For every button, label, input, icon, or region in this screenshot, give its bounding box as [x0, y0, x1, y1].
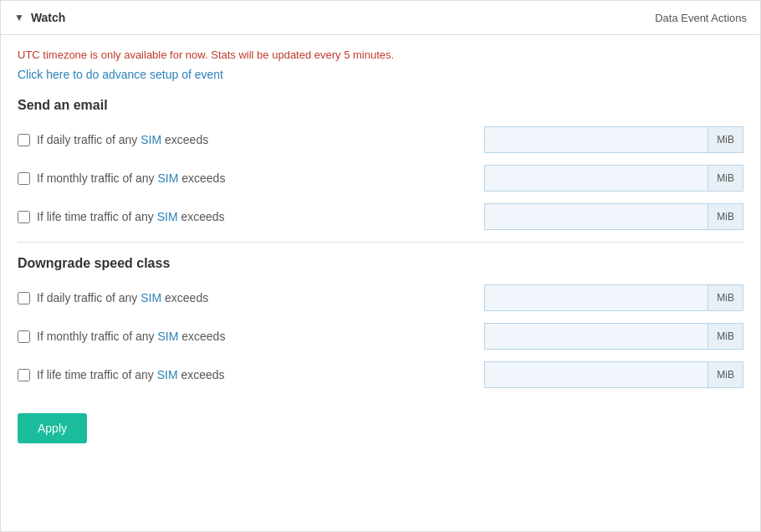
- email-monthly-row: If monthly traffic of any SIM exceeds Mi…: [18, 165, 743, 192]
- click-here-link[interactable]: Click here: [18, 68, 69, 81]
- email-monthly-unit: MiB: [707, 165, 743, 192]
- email-lifetime-row: If life time traffic of any SIM exceeds …: [18, 203, 743, 230]
- downgrade-daily-input[interactable]: [484, 284, 707, 311]
- link-suffix-text: to do advance setup of event: [69, 68, 223, 81]
- email-monthly-input-group: MiB: [484, 165, 743, 192]
- downgrade-daily-input-group: MiB: [484, 284, 743, 311]
- email-monthly-checkbox[interactable]: [18, 172, 30, 185]
- email-lifetime-label: If life time traffic of any SIM exceeds: [37, 210, 225, 223]
- downgrade-daily-left: If daily traffic of any SIM exceeds: [18, 291, 484, 304]
- downgrade-monthly-unit: MiB: [707, 323, 743, 350]
- downgrade-lifetime-row: If life time traffic of any SIM exceeds …: [18, 361, 743, 388]
- section-title-bar: ▼ Watch: [14, 11, 65, 24]
- email-monthly-label: If monthly traffic of any SIM exceeds: [37, 171, 225, 185]
- downgrade-monthly-input-group: MiB: [484, 323, 743, 350]
- section-divider: [18, 242, 743, 243]
- main-container: ▼ Watch Data Event Actions UTC timezone …: [0, 0, 761, 532]
- downgrade-daily-unit: MiB: [707, 284, 743, 311]
- chevron-icon: ▼: [14, 12, 24, 23]
- apply-button[interactable]: Apply: [18, 413, 87, 443]
- email-daily-unit: MiB: [707, 126, 743, 153]
- downgrade-lifetime-unit: MiB: [707, 361, 743, 388]
- downgrade-daily-label: If daily traffic of any SIM exceeds: [37, 291, 208, 304]
- email-daily-checkbox[interactable]: [18, 134, 30, 146]
- info-text: UTC timezone is only available for now. …: [18, 49, 743, 61]
- downgrade-lifetime-input[interactable]: [484, 361, 707, 388]
- downgrade-lifetime-input-group: MiB: [484, 361, 743, 388]
- email-lifetime-left: If life time traffic of any SIM exceeds: [18, 210, 484, 223]
- email-daily-left: If daily traffic of any SIM exceeds: [18, 133, 484, 146]
- downgrade-monthly-left: If monthly traffic of any SIM exceeds: [18, 330, 484, 343]
- downgrade-lifetime-left: If life time traffic of any SIM exceeds: [18, 368, 484, 381]
- data-event-actions-label: Data Event Actions: [655, 12, 747, 24]
- section-header: ▼ Watch Data Event Actions: [1, 1, 760, 35]
- email-daily-input-group: MiB: [484, 126, 743, 153]
- downgrade-daily-checkbox[interactable]: [18, 292, 30, 304]
- email-monthly-input[interactable]: [484, 165, 707, 192]
- downgrade-monthly-label: If monthly traffic of any SIM exceeds: [37, 330, 225, 343]
- content-area: UTC timezone is only available for now. …: [1, 35, 760, 531]
- section-title: Watch: [31, 11, 65, 24]
- downgrade-daily-row: If daily traffic of any SIM exceeds MiB: [18, 284, 743, 311]
- email-lifetime-checkbox[interactable]: [18, 211, 30, 223]
- downgrade-monthly-checkbox[interactable]: [18, 330, 30, 343]
- email-lifetime-input[interactable]: [484, 203, 707, 230]
- email-monthly-left: If monthly traffic of any SIM exceeds: [18, 171, 484, 185]
- advance-setup-link[interactable]: Click here to do advance setup of event: [18, 68, 743, 81]
- email-lifetime-unit: MiB: [707, 203, 743, 230]
- downgrade-monthly-row: If monthly traffic of any SIM exceeds Mi…: [18, 323, 743, 350]
- email-daily-input[interactable]: [484, 126, 707, 153]
- email-daily-label: If daily traffic of any SIM exceeds: [37, 133, 208, 146]
- email-lifetime-input-group: MiB: [484, 203, 743, 230]
- downgrade-title: Downgrade speed class: [18, 256, 743, 271]
- downgrade-lifetime-label: If life time traffic of any SIM exceeds: [37, 368, 225, 381]
- email-daily-row: If daily traffic of any SIM exceeds MiB: [18, 126, 743, 153]
- downgrade-monthly-input[interactable]: [484, 323, 707, 350]
- send-email-title: Send an email: [18, 98, 743, 113]
- downgrade-lifetime-checkbox[interactable]: [18, 369, 30, 381]
